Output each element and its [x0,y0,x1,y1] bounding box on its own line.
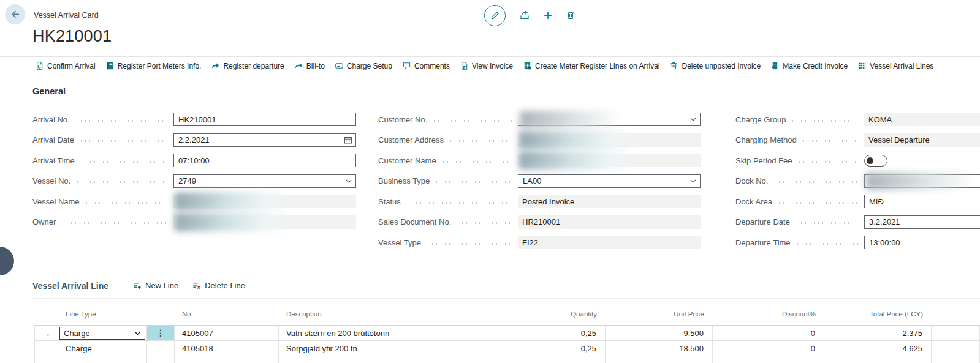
description-cell[interactable]: Vatn stærri en 200 brúttótonn [279,326,496,340]
action-confirm-arrival[interactable]: Confirm Arrival [35,61,96,70]
dotted-leader [432,120,512,122]
column-header-no[interactable]: No. [175,310,279,318]
redacted-value [519,151,632,170]
column-header-total-price[interactable]: Total Price (LCY) [824,310,932,318]
action-create-meter-register-lines[interactable]: Create Meter Register Lines on Arrival [523,61,659,70]
line-type-value: Charge [64,329,90,338]
general-divider [32,100,980,100]
chevron-down-icon[interactable] [689,178,700,185]
arrival-date-field[interactable]: 2.2.2021 [173,133,356,147]
chevron-down-icon[interactable] [345,178,355,185]
column-header-quantity[interactable]: Quantity [496,310,606,318]
dotted-leader [795,222,858,224]
field-label: Vessel No. [32,176,70,185]
action-register-port-meters-info[interactable]: Register Port Meters Info. [105,61,202,70]
action-bill-to[interactable]: Bill-to [294,61,325,70]
field-row: Customer Name [378,154,701,167]
column-header-unit-price[interactable]: Unit Price [606,310,713,318]
no-cell[interactable]: 4105007 [175,326,279,340]
line-type-select[interactable]: Charge [59,327,145,340]
discount-cell[interactable]: 0 [713,326,824,340]
curved-arrow-icon [294,61,303,70]
new-line-button[interactable]: New Line [132,281,178,290]
ellipsis-icon: ⋮ [156,328,165,338]
field-label: Arrival Date [32,135,74,144]
departure-time-field[interactable]: 13:00:00 [864,236,980,249]
column-header-line-type[interactable]: Line Type [58,310,175,318]
field-label: Charge Group [735,115,786,124]
delete-line-icon [192,281,201,290]
action-label: Confirm Arrival [47,62,96,70]
field-label: Charging Method [735,135,797,144]
field-row: Vessel No. 2749 [32,174,356,188]
action-vessel-arrival-lines[interactable]: Vessel Arrival Lines [857,61,933,70]
arrival-no-field[interactable]: HK210001 [173,113,356,126]
chevron-down-icon[interactable] [689,116,700,123]
calendar-icon[interactable] [344,136,355,144]
back-arrow-icon [10,9,20,20]
redacted-value [519,131,632,149]
action-register-departure[interactable]: Register departure [211,61,284,70]
discount-cell[interactable]: 0 [713,341,824,356]
action-charge-setup[interactable]: Charge Setup [335,61,392,70]
field-row: Business Type LA00 [378,174,701,188]
redacted-value [866,173,973,190]
departure-date-field[interactable]: 3.2.2021 [864,215,980,229]
side-panel-handle[interactable] [0,247,14,275]
quantity-cell[interactable]: 0,25 [496,326,606,340]
total-price-cell[interactable]: 2.375 [824,326,932,340]
total-price-cell[interactable]: 4.625 [824,341,932,356]
business-type-field[interactable]: LA00 [518,174,701,188]
unit-price-cell[interactable]: 9.500 [606,326,713,340]
dotted-leader [796,243,858,245]
no-cell[interactable]: 4105018 [175,341,279,356]
field-label: Departure Time [735,238,791,247]
field-label: Owner [32,217,56,226]
dock-area-field[interactable]: MIÐ [864,195,980,208]
arrival-time-field[interactable]: 07:10:00 [173,154,356,167]
general-column-1: Arrival No. HK210001 Arrival Date 2.2.20… [32,113,356,236]
dotted-leader [426,243,512,245]
field-label: Skip Period Fee [735,156,792,165]
unit-price-cell[interactable]: 18.500 [606,341,713,356]
action-comments[interactable]: Comments [402,61,450,70]
column-header-discount[interactable]: Discount% [713,310,824,318]
edit-button[interactable] [484,5,506,26]
redacted-value [175,213,288,231]
row-options-menu[interactable]: ⋮ [147,326,175,340]
field-row: Charge Group KOMA [735,113,980,126]
field-row: Owner [32,215,356,229]
customer-no-field[interactable] [518,113,701,126]
column-header-description[interactable]: Description [279,310,496,318]
action-view-invoice[interactable]: View Invoice [460,61,513,70]
field-label: Vessel Name [32,197,80,206]
comment-bubble-icon [402,61,411,70]
line-type-cell[interactable]: Charge [58,341,147,356]
new-line-label: New Line [145,281,178,290]
new-button[interactable]: + [544,8,552,23]
action-label: Bill-to [306,62,325,70]
charging-method-field: Vessel Departure [864,133,980,147]
empty-cell [932,326,980,340]
delete-button[interactable] [566,10,575,20]
vessel-no-field[interactable]: 2749 [173,174,356,188]
trash-icon [669,61,678,70]
action-delete-unposted-invoice[interactable]: Delete unposted Invoice [669,61,761,70]
row-pointer: → [34,326,58,340]
dock-no-field[interactable] [864,174,980,188]
quantity-cell[interactable]: 0,25 [496,341,606,356]
header-spacer [932,310,980,318]
action-label: Charge Setup [347,62,392,70]
action-make-credit-invoice[interactable]: Make Credit Invoice [770,61,848,70]
dotted-leader [441,161,512,163]
general-column-2: Customer No. Customer Address Customer N… [378,113,701,256]
share-button[interactable] [519,10,530,21]
back-button[interactable] [5,4,25,24]
skip-period-fee-toggle[interactable] [864,155,887,167]
description-cell[interactable]: Sorpgjald yfir 200 tn [279,341,496,356]
page-caption: Vessel Arrival Card [34,11,99,20]
row-options-menu[interactable] [147,341,175,356]
delete-line-button[interactable]: Delete Line [192,281,245,290]
credit-invoice-icon [770,61,780,70]
header-spacer [34,310,58,318]
